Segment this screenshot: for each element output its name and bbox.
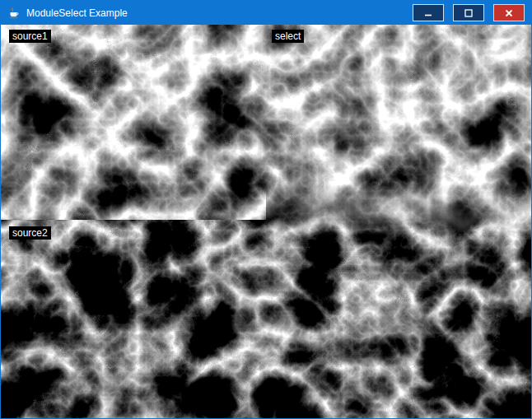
- close-button[interactable]: [493, 4, 525, 21]
- minimize-icon: [423, 8, 433, 18]
- maximize-icon: [464, 8, 474, 18]
- render-area: source1 select source2: [1, 25, 531, 418]
- minimize-button[interactable]: [413, 4, 444, 21]
- source1-noise-layer: [1, 25, 266, 220]
- window-controls: [413, 4, 525, 21]
- window-title: ModuleSelect Example: [26, 7, 413, 19]
- viewport-label-source1: source1: [9, 30, 51, 43]
- select-noise-layer: [266, 25, 531, 235]
- java-coffee-cup-icon: [7, 7, 21, 20]
- viewport-label-select: select: [272, 30, 304, 43]
- titlebar[interactable]: ModuleSelect Example: [1, 1, 531, 25]
- viewport-label-source2: source2: [9, 226, 51, 240]
- app-window: ModuleSelect Example: [0, 0, 532, 419]
- noise-preview-image: [1, 25, 531, 418]
- maximize-button[interactable]: [453, 4, 484, 21]
- close-icon: [504, 8, 514, 18]
